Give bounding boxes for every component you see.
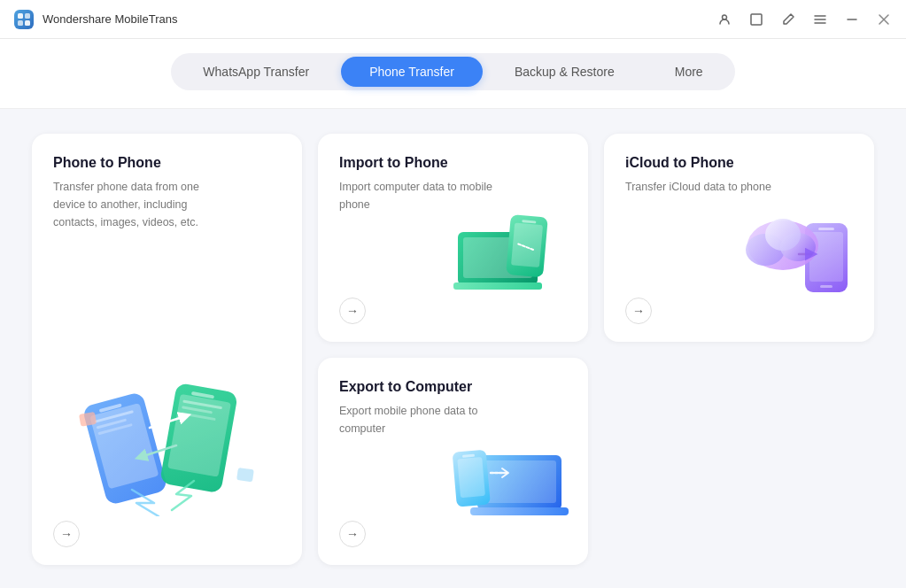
app-title: Wondershare MobileTrans <box>43 12 177 26</box>
tab-more[interactable]: More <box>647 57 732 87</box>
nav-area: WhatsApp Transfer Phone Transfer Backup … <box>0 39 906 109</box>
svg-rect-19 <box>236 468 254 482</box>
svg-rect-2 <box>18 20 23 26</box>
app-icon <box>14 10 34 29</box>
close-icon[interactable] <box>876 12 892 27</box>
svg-rect-38 <box>457 457 485 498</box>
titlebar-controls <box>716 12 892 27</box>
svg-rect-24 <box>511 222 543 267</box>
card-import-to-phone[interactable]: Import to Phone Import computer data to … <box>318 134 588 342</box>
tab-whatsapp[interactable]: WhatsApp Transfer <box>174 57 337 87</box>
card-phone-to-phone-title: Phone to Phone <box>53 155 281 171</box>
titlebar-left: Wondershare MobileTrans <box>14 10 177 29</box>
tab-phone[interactable]: Phone Transfer <box>341 57 483 87</box>
card-icloud-to-phone[interactable]: iCloud to Phone Transfer iCloud data to … <box>604 134 874 342</box>
svg-rect-29 <box>820 285 832 288</box>
edit-icon[interactable] <box>780 12 796 27</box>
card-icloud-to-phone-desc: Transfer iCloud data to phone <box>625 178 785 196</box>
window-icon[interactable] <box>748 12 764 27</box>
svg-rect-28 <box>818 228 834 230</box>
main-content: Phone to Phone Transfer phone data from … <box>0 109 906 588</box>
profile-icon[interactable] <box>716 12 732 27</box>
svg-rect-7 <box>89 403 159 489</box>
card-phone-to-phone-desc: Transfer phone data from one device to a… <box>53 178 213 231</box>
card-phone-to-phone[interactable]: Phone to Phone Transfer phone data from … <box>32 134 302 565</box>
svg-rect-36 <box>470 507 569 515</box>
card-export-to-computer-title: Export to Computer <box>339 379 567 395</box>
card-export-to-computer-arrow[interactable]: → <box>339 521 366 547</box>
phone-to-phone-illustration <box>66 352 269 516</box>
svg-rect-1 <box>25 13 30 19</box>
import-illustration <box>453 201 577 302</box>
svg-rect-5 <box>751 14 762 25</box>
svg-rect-0 <box>18 13 23 19</box>
svg-rect-3 <box>25 20 30 26</box>
minimize-icon[interactable] <box>844 12 860 27</box>
svg-point-33 <box>765 219 801 251</box>
card-phone-to-phone-arrow[interactable]: → <box>53 521 80 547</box>
nav-tabs: WhatsApp Transfer Phone Transfer Backup … <box>171 53 734 90</box>
icloud-illustration <box>739 197 867 302</box>
tab-backup[interactable]: Backup & Restore <box>486 57 643 87</box>
card-icloud-to-phone-arrow[interactable]: → <box>625 298 652 324</box>
card-import-to-phone-arrow[interactable]: → <box>339 298 366 324</box>
svg-rect-22 <box>453 282 542 290</box>
svg-rect-35 <box>483 460 556 503</box>
menu-icon[interactable] <box>812 12 828 27</box>
card-import-to-phone-title: Import to Phone <box>339 155 567 171</box>
card-icloud-to-phone-title: iCloud to Phone <box>625 155 853 171</box>
card-export-to-computer[interactable]: Export to Computer Export mobile phone d… <box>318 358 588 566</box>
export-illustration <box>451 420 579 525</box>
titlebar: Wondershare MobileTrans <box>0 0 906 39</box>
